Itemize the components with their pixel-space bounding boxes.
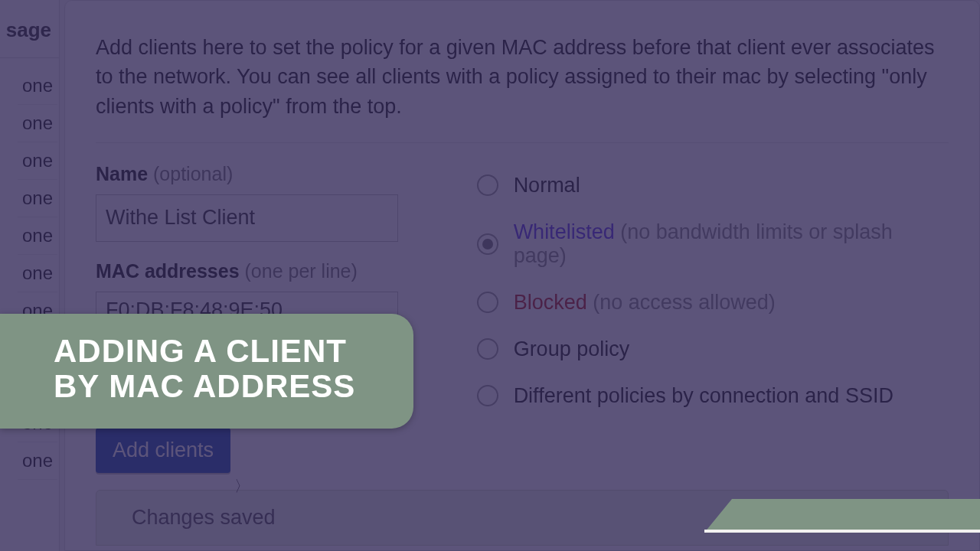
app-root: sage one one one one one one one one one… — [0, 0, 980, 551]
overlay-wedge-fill — [704, 499, 980, 533]
overlay-wedge — [704, 499, 980, 533]
overlay-wedge-underline — [704, 530, 980, 533]
overlay-title-line2: BY MAC ADDRESS — [54, 369, 386, 404]
overlay-dim — [0, 0, 980, 551]
overlay-title-line1: ADDING A CLIENT — [54, 334, 386, 369]
overlay-title-card: ADDING A CLIENT BY MAC ADDRESS — [0, 314, 413, 429]
